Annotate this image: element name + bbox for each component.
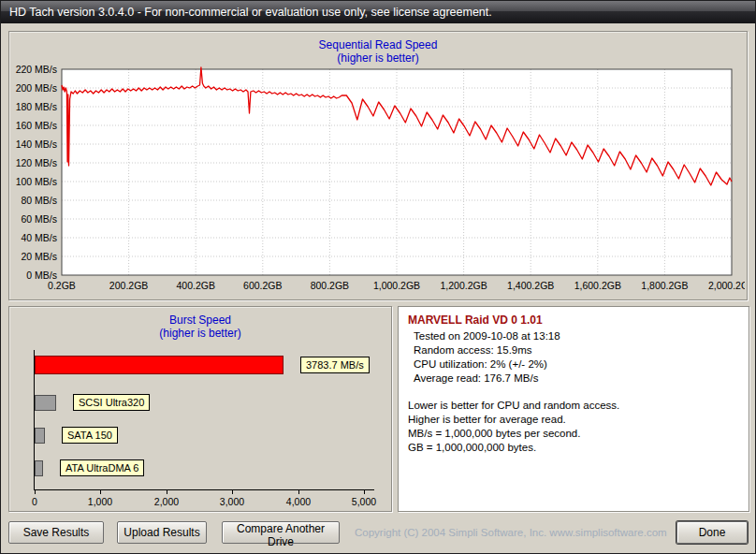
x-axis-tick xyxy=(298,490,299,494)
save-results-button[interactable]: Save Results xyxy=(8,521,104,544)
note-mbs-definition: MB/s = 1,000,000 bytes per second. xyxy=(408,427,739,441)
sequential-read-panel: Sequential Read Speed (higher is better)… xyxy=(8,31,748,300)
x-axis-tick-label: 2,000.2GB xyxy=(708,280,745,291)
burst-bar xyxy=(35,460,43,476)
upload-results-button[interactable]: Upload Results xyxy=(117,521,207,544)
note-gb-definition: GB = 1,000,000,000 bytes. xyxy=(408,441,739,455)
x-axis-tick-label: 1,600.2GB xyxy=(574,280,621,291)
x-axis-tick-label: 3,000 xyxy=(220,496,244,507)
note-higher-better: Higher is better for average read. xyxy=(408,413,739,427)
y-axis-tick-label: 0 MB/s xyxy=(26,270,57,281)
tested-on-line: Tested on 2009-10-08 at 13:18 xyxy=(408,329,739,343)
x-axis-tick-label: 1,000 xyxy=(88,496,112,507)
burst-bar-label: SCSI Ultra320 xyxy=(73,394,150,411)
x-axis-tick xyxy=(100,490,101,494)
random-access-line: Random access: 15.9ms xyxy=(408,343,739,357)
seq-chart-title: Sequential Read Speed xyxy=(9,38,747,51)
burst-bar-label: ATA UltraDMA 6 xyxy=(60,459,144,476)
y-axis-tick-label: 40 MB/s xyxy=(21,232,57,243)
x-axis-tick-label: 1,000.2GB xyxy=(373,280,420,291)
x-axis-tick-label: 1,800.2GB xyxy=(641,280,688,291)
burst-bar-label: SATA 150 xyxy=(62,427,118,444)
x-axis-tick-label: 800.2GB xyxy=(311,280,349,291)
x-axis-tick-label: 400.2GB xyxy=(176,280,214,291)
cpu-utilization-line: CPU utilization: 2% (+/- 2%) xyxy=(408,357,739,372)
drive-info-panel: MARVELL Raid VD 0 1.01 Tested on 2009-10… xyxy=(398,306,749,512)
burst-bar xyxy=(35,395,56,411)
note-lower-better: Lower is better for CPU and random acces… xyxy=(408,399,739,413)
drive-name: MARVELL Raid VD 0 1.01 xyxy=(408,313,739,327)
burst-speed-chart: 3783.7 MB/sSCSI Ultra320SATA 150ATA Ultr… xyxy=(34,350,374,490)
y-axis-tick-label: 60 MB/s xyxy=(21,213,57,225)
seq-chart-subtitle: (higher is better) xyxy=(9,51,747,65)
y-axis-tick-label: 100 MB/s xyxy=(16,176,57,187)
burst-chart-subtitle: (higher is better) xyxy=(9,327,391,340)
y-axis-tick-label: 180 MB/s xyxy=(16,101,57,112)
x-axis-tick xyxy=(35,490,36,494)
done-button[interactable]: Done xyxy=(676,521,748,544)
burst-bar-label: 3783.7 MB/s xyxy=(300,357,370,373)
x-axis-tick-label: 600.2GB xyxy=(243,280,282,291)
x-axis-tick-label: 2,000 xyxy=(154,496,179,507)
x-axis-tick-label: 1,200.2GB xyxy=(440,280,487,291)
y-axis-tick-label: 20 MB/s xyxy=(21,251,57,262)
burst-bar xyxy=(35,428,45,444)
y-axis-tick-label: 80 MB/s xyxy=(21,195,57,206)
y-axis-tick-label: 160 MB/s xyxy=(16,120,57,131)
y-axis-tick-label: 220 MB/s xyxy=(16,66,57,75)
y-axis-tick-label: 140 MB/s xyxy=(16,138,57,150)
x-axis-tick xyxy=(167,490,167,494)
y-axis-tick-label: 200 MB/s xyxy=(16,82,57,94)
burst-bar xyxy=(35,356,284,374)
x-axis-tick-label: 200.2GB xyxy=(109,280,148,291)
x-axis-tick xyxy=(232,490,233,494)
burst-speed-panel: Burst Speed (higher is better) 3783.7 MB… xyxy=(8,306,392,512)
x-axis-tick-label: 0.2GB xyxy=(48,280,76,291)
x-axis-tick-label: 5,000 xyxy=(352,496,376,507)
x-axis-tick-label: 4,000 xyxy=(286,496,311,507)
titlebar[interactable]: HD Tach version 3.0.4.0 - For non-commer… xyxy=(1,1,755,23)
copyright-text: Copyright (C) 2004 Simpli Software, Inc.… xyxy=(355,527,665,538)
x-axis-tick-label: 0 xyxy=(32,496,37,507)
window-title: HD Tach version 3.0.4.0 - For non-commer… xyxy=(9,6,492,19)
average-read-line: Average read: 176.7 MB/s xyxy=(408,372,739,386)
info-spacer xyxy=(408,386,739,399)
x-axis-tick xyxy=(364,490,365,494)
burst-chart-title: Burst Speed xyxy=(9,313,391,327)
hdtach-window: HD Tach version 3.0.4.0 - For non-commer… xyxy=(0,0,756,554)
x-axis-tick-label: 1,400.2GB xyxy=(507,280,554,291)
sequential-read-chart: 220 MB/s200 MB/s180 MB/s160 MB/s140 MB/s… xyxy=(11,66,745,298)
y-axis-tick-label: 120 MB/s xyxy=(16,157,57,168)
compare-another-drive-button[interactable]: Compare Another Drive xyxy=(222,521,340,544)
